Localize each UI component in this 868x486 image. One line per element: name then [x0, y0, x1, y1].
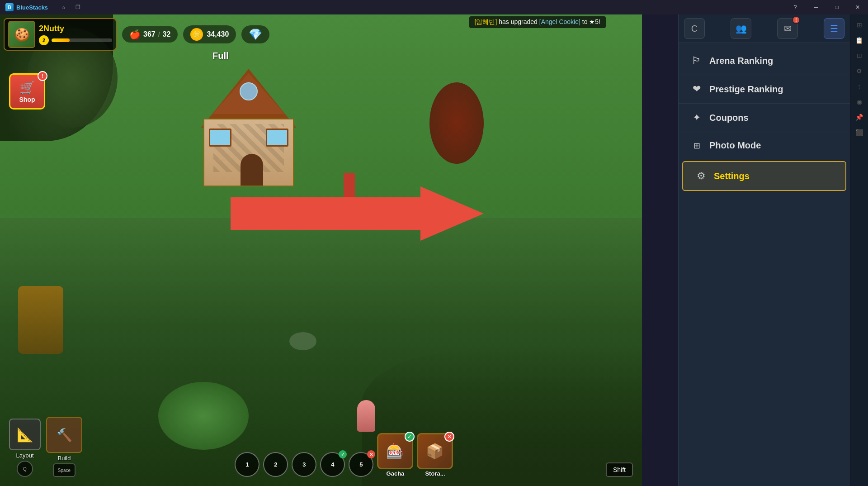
storage-x-badge: ✕	[444, 432, 454, 442]
home-button[interactable]: ⌂	[57, 2, 70, 12]
photo-mode-icon: ⊞	[689, 141, 704, 151]
frs-icon-4[interactable]: ⚙	[853, 64, 866, 78]
app-title: BlueStacks	[16, 4, 48, 11]
slot-2-container: 2	[263, 452, 288, 477]
gacha-label: Gacha	[387, 470, 405, 477]
gacha-button-container: 🎰 ✓ Gacha	[377, 433, 413, 477]
health-max: 32	[163, 30, 171, 38]
frs-icon-3[interactable]: ⊡	[853, 49, 866, 62]
title-bar-controls: ⌂ ❐	[53, 2, 88, 12]
build-key: Space	[58, 468, 71, 473]
maximize-button[interactable]: □	[826, 0, 847, 14]
frs-icon-8[interactable]: ⬛	[853, 126, 866, 139]
layout-label: Layout	[16, 452, 33, 459]
frs-icon-7[interactable]: 📌	[853, 110, 866, 124]
shop-icon: 🛒	[19, 80, 35, 95]
bluestacks-icon: B	[5, 3, 14, 11]
gacha-icon[interactable]: 🎰 ✓	[377, 433, 413, 469]
layout-key: Q	[23, 467, 27, 472]
prestige-ranking-icon: ❤	[689, 83, 704, 95]
menu-item-photo-mode[interactable]: ⊞ Photo Mode	[679, 132, 850, 159]
help-button[interactable]: ?	[785, 0, 806, 14]
shift-button[interactable]: Shift	[606, 462, 633, 477]
frs-icon-1[interactable]: ⊞	[853, 18, 866, 32]
shop-button[interactable]: ! 🛒 Shop	[9, 73, 45, 110]
arena-ranking-label: Arena Ranking	[709, 56, 773, 66]
coin-display: 🪙 34,430	[183, 25, 236, 43]
health-icon: 🍎	[129, 29, 141, 40]
menu-icon: ☰	[830, 23, 838, 34]
slot-5-container: 5	[349, 452, 373, 477]
arena-ranking-icon: 🏳	[689, 55, 704, 67]
avatar-emoji: 🍪	[14, 27, 30, 42]
slot-4-button[interactable]: 4	[320, 452, 345, 477]
crystal-icon: 💎	[249, 28, 262, 41]
photo-mode-label: Photo Mode	[709, 140, 761, 151]
player-info: 2Nutty 2	[39, 24, 112, 45]
settings-label: Settings	[714, 171, 750, 181]
rp-menu-button[interactable]: ☰	[824, 18, 844, 39]
right-panel-top: C 👥 ✉ ! ☰	[679, 14, 850, 43]
xp-bar	[52, 38, 112, 42]
health-resource-bar: 🍎 367 / 32	[122, 26, 178, 43]
slot-1-button[interactable]: 1	[235, 452, 259, 477]
frs-icon-5[interactable]: ↕	[853, 80, 866, 93]
mail-badge: !	[792, 16, 800, 24]
layout-icon[interactable]: 📐	[9, 419, 41, 450]
health-display: 🍎 367 / 32	[129, 29, 170, 40]
slot-3-container: 3	[292, 452, 316, 477]
mail-icon: ✉	[784, 23, 792, 34]
bottom-left-controls: 📐 Layout Q 🔨 Build Space	[9, 417, 82, 477]
right-panel: C 👥 ✉ ! ☰ 🏳 Arena Ranking ❤ Prestige Ran…	[678, 14, 850, 486]
slot-1-container: 1	[235, 452, 259, 477]
coin-icon: 🪙	[190, 28, 203, 41]
slot-3-button[interactable]: 3	[292, 452, 316, 477]
frs-icon-6[interactable]: ◉	[853, 95, 866, 109]
layout-button-container: 📐 Layout Q	[9, 419, 41, 477]
friends-icon: 👥	[736, 23, 747, 34]
frs-icon-2[interactable]: 📋	[853, 33, 866, 47]
number-slots: 1 2 3 4 5 🎰 ✓	[235, 433, 453, 477]
slot-4-container: 4	[320, 452, 345, 477]
player-level-bar: 2	[39, 35, 112, 45]
red-arrow	[231, 186, 484, 241]
storage-icon[interactable]: 📦 ✕	[417, 433, 453, 469]
build-icon[interactable]: 🔨	[46, 417, 82, 453]
chat-icon: C	[691, 24, 698, 34]
rp-friends-button[interactable]: 👥	[731, 18, 751, 39]
restore-button[interactable]: ❐	[71, 2, 84, 12]
rp-chat-button[interactable]: C	[684, 18, 705, 39]
window-controls: ? ─ □ ✕	[785, 0, 868, 14]
notif-player: [임혜빈]	[475, 18, 497, 25]
settings-icon: ⚙	[694, 170, 708, 182]
slot-5-button[interactable]: 5	[349, 452, 373, 477]
health-current: 367	[143, 30, 156, 38]
coupons-label: Coupons	[709, 113, 749, 123]
storage-button-container: 📦 ✕ Stora...	[417, 433, 453, 477]
slot-2-button[interactable]: 2	[263, 452, 288, 477]
player-avatar: 🍪	[8, 21, 35, 48]
notification-banner: [임혜빈] has upgraded [Angel Cookie] to ★5!	[469, 16, 606, 28]
right-panel-menu: 🏳 Arena Ranking ❤ Prestige Ranking ✦ Cou…	[679, 43, 850, 486]
build-button-container: 🔨 Build Space	[46, 417, 82, 477]
minimize-button[interactable]: ─	[806, 0, 826, 14]
close-button[interactable]: ✕	[847, 0, 868, 14]
shop-label: Shop	[19, 96, 35, 103]
rp-mail-button[interactable]: ✉ !	[777, 18, 798, 39]
menu-item-coupons[interactable]: ✦ Coupons	[679, 104, 850, 132]
app-logo: B BlueStacks	[0, 3, 53, 11]
menu-item-prestige-ranking[interactable]: ❤ Prestige Ranking	[679, 75, 850, 104]
layout-key-btn: Q	[17, 461, 33, 477]
menu-item-settings[interactable]: ⚙ Settings	[682, 161, 846, 191]
storage-label: Stora...	[425, 470, 445, 477]
menu-item-arena-ranking[interactable]: 🏳 Arena Ranking	[679, 47, 850, 75]
far-right-strip: ⊞ 📋 ⊡ ⚙ ↕ ◉ 📌 ⬛	[850, 14, 868, 486]
coin-amount: 34,430	[207, 30, 229, 38]
title-bar: B BlueStacks ⌂ ❐ ? ─ □ ✕	[0, 0, 868, 14]
coupons-icon: ✦	[689, 112, 704, 124]
arrow-shape	[231, 186, 484, 241]
prestige-ranking-label: Prestige Ranking	[709, 84, 783, 95]
gacha-check-badge: ✓	[405, 432, 415, 442]
level-badge: 2	[39, 35, 49, 45]
build-key-btn: Space	[53, 463, 75, 477]
